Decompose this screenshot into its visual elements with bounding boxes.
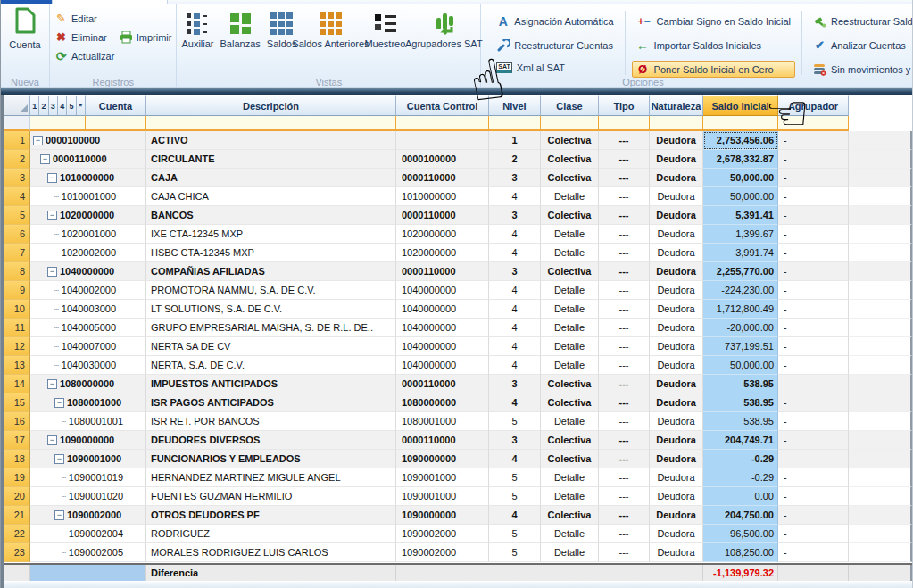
cuenta-control-cell[interactable]: 1090000000 (396, 506, 489, 525)
naturaleza-cell[interactable]: Deudora (650, 131, 703, 150)
level-selector-all[interactable]: * (77, 96, 85, 115)
naturaleza-cell[interactable]: Deudora (650, 487, 703, 506)
agrupador-cell[interactable]: - (778, 225, 849, 244)
saldo-inicial-cell[interactable]: 204,749.71 (703, 431, 778, 450)
cuenta-control-cell[interactable]: 1040000000 (396, 300, 489, 319)
row-number[interactable]: 11 (4, 319, 30, 337)
cuenta-control-cell[interactable]: 1090002000 (396, 525, 489, 543)
cuenta-control-cell[interactable]: 0000100000 (396, 150, 489, 169)
tipo-cell[interactable]: --- (599, 225, 650, 244)
agrupador-cell[interactable]: - (778, 543, 849, 562)
tipo-cell[interactable]: --- (599, 450, 650, 468)
cuenta-button[interactable]: Cuenta (5, 7, 45, 75)
saldo-inicial-cell[interactable]: 2,678,332.87 (703, 150, 778, 169)
level-selector-2[interactable]: 2 (39, 96, 48, 115)
col-header-clase[interactable]: Clase (541, 95, 599, 116)
nivel-cell[interactable]: 4 (489, 225, 541, 244)
table-row[interactable]: 7┄1020002000HSBC CTA-12345 MXP1020000000… (4, 244, 912, 262)
cuenta-control-cell[interactable]: 0000110000 (396, 169, 489, 187)
cuenta-cell[interactable]: ┄1090002004 (30, 525, 146, 543)
cuenta-control-cell[interactable]: 1040000000 (396, 281, 489, 300)
agrupador-cell[interactable]: - (778, 319, 849, 337)
cuenta-control-cell[interactable]: 1090002000 (396, 543, 489, 562)
descripcion-cell[interactable]: ACTIVO (146, 131, 396, 150)
agrupador-cell[interactable]: - (778, 468, 849, 487)
descripcion-cell[interactable]: FUENTES GUZMAN HERMILIO (146, 487, 396, 506)
agrupador-cell[interactable]: - (778, 131, 849, 150)
col-header-agrupador[interactable]: Agrupador (778, 95, 849, 116)
tree-collapse-icon[interactable]: − (47, 435, 57, 445)
clase-cell[interactable]: Detalle (541, 412, 599, 431)
clase-cell[interactable]: Detalle (541, 281, 599, 300)
agrupador-cell[interactable]: - (778, 412, 849, 431)
naturaleza-cell[interactable]: Deudora (650, 150, 703, 169)
filter-level[interactable] (30, 116, 86, 131)
cuenta-cell[interactable]: ┄1090002005 (30, 543, 146, 562)
cuenta-cell[interactable]: −1090001000 (30, 450, 146, 468)
tipo-cell[interactable]: --- (599, 262, 650, 281)
agrupador-cell[interactable]: - (778, 337, 849, 356)
clase-cell[interactable]: Detalle (541, 187, 599, 206)
descripcion-cell[interactable]: HERNANDEZ MARTINEZ MIGULE ANGEL (146, 468, 396, 487)
descripcion-cell[interactable]: NERTA SA DE CV (146, 337, 396, 356)
filter-nivel[interactable] (489, 116, 541, 131)
table-row[interactable]: 3−1010000000CAJA00001100003Colectiva---D… (4, 169, 912, 187)
clase-cell[interactable]: Detalle (541, 543, 599, 562)
cuenta-cell[interactable]: −1090002000 (30, 506, 146, 525)
col-header-naturaleza[interactable]: Naturaleza (650, 95, 703, 116)
clase-cell[interactable]: Colectiva (541, 450, 599, 468)
naturaleza-cell[interactable]: Deudora (650, 375, 703, 393)
totals-selected-cell[interactable] (30, 565, 146, 581)
clase-cell[interactable]: Detalle (541, 225, 599, 244)
cuenta-cell[interactable]: ┄1020002000 (30, 244, 146, 262)
nivel-cell[interactable]: 4 (489, 450, 541, 468)
row-number[interactable]: 23 (4, 543, 30, 562)
saldo-inicial-cell[interactable]: 96,500.00 (703, 525, 778, 543)
saldo-inicial-cell[interactable]: 538.95 (703, 393, 778, 412)
actualizar-button[interactable]: ⟳ Actualizar (54, 49, 114, 62)
table-row[interactable]: 13┄1040030000NERTA, S.A. DE C.V.10400000… (4, 356, 912, 375)
cuenta-control-cell[interactable]: 0000110000 (396, 206, 489, 225)
cuenta-control-cell[interactable]: 0000110000 (396, 431, 489, 450)
cuenta-cell[interactable]: ┄1020001000 (30, 225, 146, 244)
clase-cell[interactable]: Colectiva (541, 131, 599, 150)
tipo-cell[interactable]: --- (599, 300, 650, 319)
tipo-cell[interactable]: --- (599, 543, 650, 562)
nivel-cell[interactable]: 4 (489, 356, 541, 375)
nivel-cell[interactable]: 3 (489, 169, 541, 187)
row-number[interactable]: 14 (4, 375, 30, 393)
row-number[interactable]: 13 (4, 356, 30, 375)
saldo-inicial-cell[interactable]: 108,250.00 (703, 543, 778, 562)
clase-cell[interactable]: Colectiva (541, 393, 599, 412)
descripcion-cell[interactable]: NERTA, S.A. DE C.V. (146, 356, 396, 375)
cuenta-control-cell[interactable]: 1080000000 (396, 393, 489, 412)
cuenta-cell[interactable]: ┄1090001019 (30, 468, 146, 487)
naturaleza-cell[interactable]: Deudora (650, 412, 703, 431)
level-selector-1[interactable]: 1 (30, 96, 39, 115)
reestructurar-cuentas-button[interactable]: Reestructurar Cuentas (492, 37, 618, 54)
tipo-cell[interactable]: --- (599, 431, 650, 450)
agrupador-cell[interactable]: - (778, 206, 849, 225)
clase-cell[interactable]: Detalle (541, 487, 599, 506)
descripcion-cell[interactable]: LT SOLUTIONS, S.A. DE C.V. (146, 300, 396, 319)
saldo-inicial-cell[interactable]: 1,712,800.49 (703, 300, 778, 319)
nivel-cell[interactable]: 3 (489, 206, 541, 225)
tipo-cell[interactable]: --- (599, 412, 650, 431)
table-row[interactable]: 5−1020000000BANCOS00001100003Colectiva--… (4, 206, 912, 225)
clase-cell[interactable]: Colectiva (541, 262, 599, 281)
row-number[interactable]: 6 (4, 225, 30, 244)
naturaleza-cell[interactable]: Deudora (650, 169, 703, 187)
row-number[interactable]: 20 (4, 487, 30, 506)
cuenta-cell[interactable]: −1020000000 (30, 206, 146, 225)
descripcion-cell[interactable]: HSBC CTA-12345 MXP (146, 244, 396, 262)
table-row[interactable]: 12┄1040007000NERTA SA DE CV10400000004De… (4, 337, 912, 356)
agrupador-cell[interactable]: - (778, 150, 849, 169)
cuenta-cell[interactable]: −0000100000 (30, 131, 146, 150)
tree-collapse-icon[interactable]: − (54, 510, 64, 520)
col-header-saldo-inicial[interactable]: Saldo Inicial (703, 95, 778, 116)
nivel-cell[interactable]: 4 (489, 337, 541, 356)
tipo-cell[interactable]: --- (599, 187, 650, 206)
descripcion-cell[interactable]: ISR RET. POR BANCOS (146, 412, 396, 431)
row-number[interactable]: 22 (4, 525, 30, 543)
naturaleza-cell[interactable]: Deudora (650, 262, 703, 281)
